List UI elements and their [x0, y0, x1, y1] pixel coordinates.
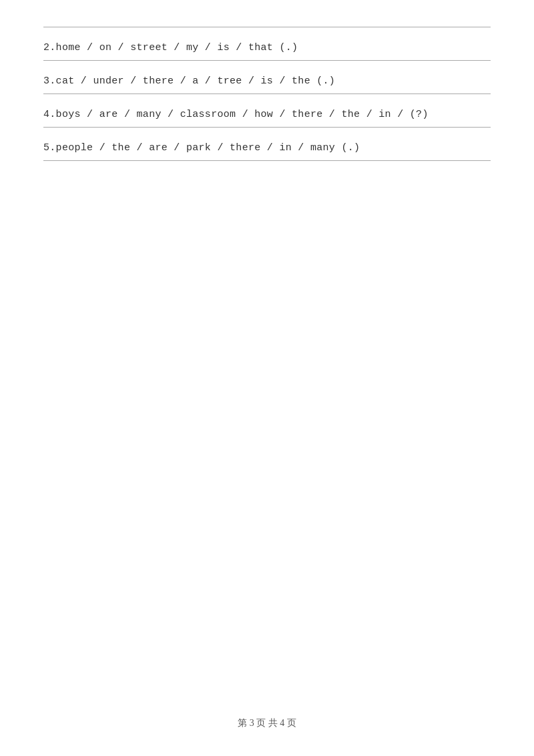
question-5-answer-line [43, 160, 491, 161]
question-5-body: people / the / are / park / there / in /… [56, 142, 360, 154]
page-footer: 第 3 页 共 4 页 [0, 717, 534, 729]
question-block-3: 3.cat / under / there / a / tree / is / … [43, 61, 491, 94]
question-5-text: 5.people / the / are / park / there / in… [43, 128, 491, 160]
question-block-5: 5.people / the / are / park / there / in… [43, 128, 491, 161]
question-2-body: home / on / street / my / is / that (.) [56, 42, 298, 53]
question-3-body: cat / under / there / a / tree / is / th… [56, 75, 336, 87]
question-2-text: 2.home / on / street / my / is / that (.… [43, 27, 491, 60]
page-container: 2.home / on / street / my / is / that (.… [0, 0, 534, 756]
question-4-number: 4. [43, 109, 56, 120]
question-5-number: 5. [43, 142, 56, 154]
question-4-body: boys / are / many / classroom / how / th… [56, 109, 429, 120]
question-block-4: 4.boys / are / many / classroom / how / … [43, 94, 491, 128]
question-3-number: 3. [43, 75, 56, 87]
question-block-2: 2.home / on / street / my / is / that (.… [43, 27, 491, 61]
page-number-text: 第 3 页 共 4 页 [238, 718, 296, 728]
question-2-number: 2. [43, 42, 56, 53]
question-4-text: 4.boys / are / many / classroom / how / … [43, 94, 491, 127]
question-3-text: 3.cat / under / there / a / tree / is / … [43, 61, 491, 93]
